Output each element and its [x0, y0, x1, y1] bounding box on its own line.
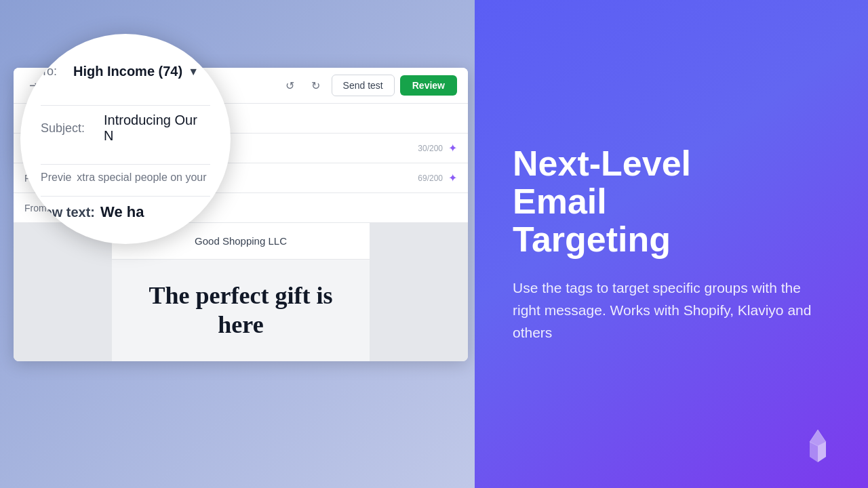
hero-line2: here: [218, 311, 263, 338]
mag-preview-label: Previe: [41, 171, 71, 184]
subject-ai-icon[interactable]: ✦: [448, 142, 457, 155]
mag-view-value: We ha: [100, 203, 144, 221]
right-panel: Next-LevelEmailTargeting Use the tags to…: [475, 0, 868, 488]
review-button[interactable]: Review: [400, 75, 457, 96]
mag-dropdown-arrow: ▼: [188, 66, 199, 78]
left-panel: ⇥ Custom ↺ ↻ Send test Review To: High I…: [0, 0, 475, 488]
logo-mark: [800, 428, 835, 464]
mag-to-value: High Income (74): [73, 64, 182, 79]
preview-char-count: 69/200: [418, 174, 443, 183]
mag-subject-value: Introducing Our N: [104, 113, 210, 144]
send-test-button[interactable]: Send test: [332, 75, 395, 96]
mag-view-text-row: iew text: We ha: [41, 203, 210, 221]
undo-button[interactable]: ↺: [280, 75, 300, 96]
email-body-inner: Good Shopping LLC The perfect gift is he…: [112, 223, 370, 361]
hero-line1: The perfect gift is: [149, 282, 333, 309]
redo-button[interactable]: ↻: [306, 75, 326, 96]
mag-to-label: To:: [41, 64, 68, 79]
preview-ai-icon[interactable]: ✦: [448, 171, 457, 184]
mag-subject-row: Subject: Introducing Our N: [41, 113, 210, 144]
mag-preview-text: xtra special people on your: [77, 171, 206, 184]
magnifier-circle: To: High Income (74) ▼ Subject: Introduc…: [20, 34, 231, 244]
main-subtitle: Use the tags to target specific groups w…: [513, 277, 830, 344]
email-body: Good Shopping LLC The perfect gift is he…: [14, 223, 468, 361]
subject-char-count: 30/200: [418, 144, 443, 153]
mag-to-row: To: High Income (74) ▼: [41, 64, 210, 79]
mag-preview-row: Previe xtra special people on your: [41, 171, 210, 184]
email-hero-text: The perfect gift is here: [128, 281, 353, 340]
mag-subject-label: Subject:: [41, 121, 98, 136]
email-hero: The perfect gift is here: [112, 260, 370, 361]
main-headline: Next-LevelEmailTargeting: [513, 144, 830, 258]
